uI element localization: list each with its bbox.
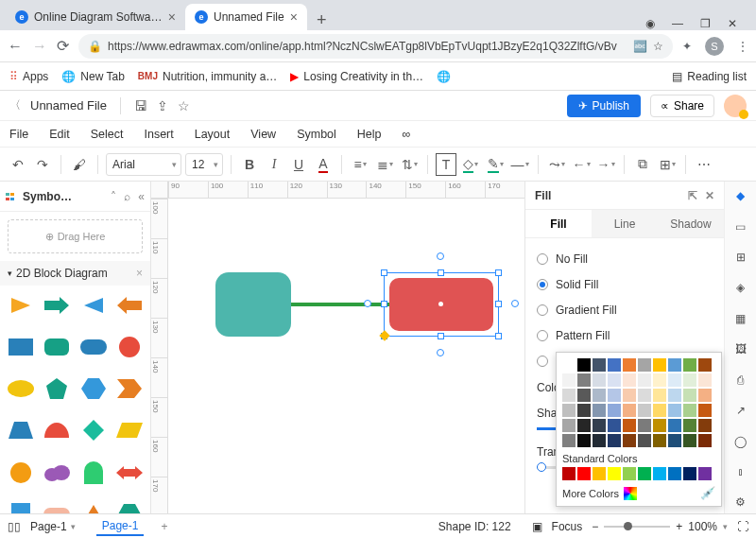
settings-tool-icon[interactable]: ⚙ xyxy=(731,494,750,511)
export-icon[interactable]: ⇪ xyxy=(157,98,168,113)
fill-color-icon[interactable]: ◇▾ xyxy=(460,153,481,176)
library-icon[interactable] xyxy=(6,191,19,202)
line-spacing-icon[interactable]: ⇅▾ xyxy=(399,153,420,176)
color-cell[interactable] xyxy=(653,467,666,480)
color-cell[interactable] xyxy=(608,373,621,387)
browser-tab-active[interactable]: e Unnamed File × xyxy=(185,4,307,30)
font-select[interactable]: Arial xyxy=(106,153,181,176)
color-cell[interactable] xyxy=(608,434,621,447)
share-button[interactable]: ∝ Share xyxy=(650,95,714,117)
line-style-icon[interactable]: —▾ xyxy=(509,153,530,176)
color-cell[interactable] xyxy=(593,389,606,402)
color-cell[interactable] xyxy=(638,434,651,447)
page-dropdown[interactable]: Page-1▾ xyxy=(30,520,76,533)
arrow-start-icon[interactable]: ←▾ xyxy=(571,153,592,176)
translate-icon[interactable]: 🔤 xyxy=(633,40,647,53)
color-cell[interactable] xyxy=(562,389,576,402)
close-section-icon[interactable]: × xyxy=(136,267,143,280)
color-cell[interactable] xyxy=(668,419,681,432)
search-icon[interactable]: ⌕ xyxy=(124,190,130,203)
reload-icon[interactable]: ⟳ xyxy=(57,37,69,55)
zoom-level[interactable]: 100% xyxy=(688,520,717,533)
shape-tool-icon[interactable]: ◯ xyxy=(731,432,750,449)
teal-rounded-shape[interactable] xyxy=(215,272,291,337)
bookmark-item[interactable]: BMJ Nutrition, immunity a… xyxy=(138,70,278,83)
slider-thumb[interactable] xyxy=(624,522,632,530)
color-cell[interactable] xyxy=(698,389,712,402)
undo-icon[interactable]: ↶ xyxy=(8,153,28,176)
color-cell[interactable] xyxy=(608,419,621,432)
shape-ellipse[interactable] xyxy=(6,374,36,403)
radio-solid-fill[interactable]: Solid Fill xyxy=(537,278,713,291)
color-cell[interactable] xyxy=(593,467,606,480)
zoom-out-button[interactable]: − xyxy=(592,520,598,533)
close-window-icon[interactable]: ✕ xyxy=(728,17,737,30)
align-vertical-icon[interactable]: ≡▾ xyxy=(350,153,370,176)
shape-pentagon[interactable] xyxy=(42,374,72,403)
color-cell[interactable] xyxy=(562,404,576,417)
italic-icon[interactable]: I xyxy=(264,153,284,176)
bookmark-item[interactable]: 🌐 New Tab xyxy=(61,70,124,83)
back-arrow-icon[interactable]: 〈 xyxy=(9,97,21,113)
maximize-icon[interactable]: ❐ xyxy=(700,17,711,30)
shape-parallelogram[interactable] xyxy=(114,416,145,444)
color-cell[interactable] xyxy=(623,373,636,387)
color-cell[interactable] xyxy=(638,419,651,432)
color-cell[interactable] xyxy=(653,404,666,417)
color-cell[interactable] xyxy=(698,419,712,432)
shape-double-arrow[interactable] xyxy=(114,459,145,487)
eyedropper-icon[interactable]: 💉 xyxy=(700,486,715,500)
layers-icon[interactable]: ◈ xyxy=(731,279,750,296)
shape-circle[interactable] xyxy=(114,333,145,361)
tab-fill[interactable]: Fill xyxy=(525,210,592,237)
color-cell[interactable] xyxy=(608,404,621,417)
color-cell[interactable] xyxy=(683,467,696,480)
color-cell[interactable] xyxy=(698,467,712,480)
shape-arrow-right[interactable] xyxy=(42,291,72,320)
library-section-header[interactable]: ▾ 2D Block Diagram × xyxy=(0,261,150,286)
slider-thumb[interactable] xyxy=(537,462,546,472)
radio-pattern-fill[interactable]: Pattern Fill xyxy=(537,329,713,342)
color-cell[interactable] xyxy=(638,389,651,402)
drag-target[interactable]: ⊕ Drag Here xyxy=(8,219,143,253)
menu-layout[interactable]: Layout xyxy=(195,128,231,141)
font-size-select[interactable]: 12 xyxy=(185,153,223,176)
page-tab-active[interactable]: Page-1 xyxy=(96,517,145,536)
fullscreen-icon[interactable]: ⛶ xyxy=(737,520,748,533)
focus-mode[interactable]: Focus xyxy=(552,520,583,533)
color-cell[interactable] xyxy=(608,467,621,480)
color-cell[interactable] xyxy=(683,404,696,417)
grid-tool-icon[interactable]: ⊞ xyxy=(731,249,750,266)
color-cell[interactable] xyxy=(653,373,666,387)
redo-icon[interactable]: ↷ xyxy=(32,153,53,176)
resize-handle[interactable] xyxy=(381,269,387,276)
bold-icon[interactable]: B xyxy=(239,153,260,176)
color-cell[interactable] xyxy=(593,419,606,432)
color-cell[interactable] xyxy=(623,434,636,447)
menu-view[interactable]: View xyxy=(250,128,276,141)
color-cell[interactable] xyxy=(683,419,696,432)
align-tool-icon[interactable]: ▦ xyxy=(731,310,750,327)
image-tool-icon[interactable]: 🖼 xyxy=(731,340,750,357)
color-cell[interactable] xyxy=(653,434,666,447)
shape-seal[interactable] xyxy=(6,459,36,487)
font-color-icon[interactable]: A xyxy=(313,153,334,176)
connection-point[interactable] xyxy=(437,349,444,356)
chevron-up-icon[interactable]: ˄ xyxy=(111,190,116,203)
shape-triangle-right[interactable] xyxy=(6,291,36,320)
user-avatar[interactable] xyxy=(724,95,747,117)
color-cell[interactable] xyxy=(593,404,606,417)
shape-rectangle[interactable] xyxy=(6,333,36,361)
page-view-icon[interactable]: ▯▯ xyxy=(8,520,21,533)
file-name[interactable]: Unnamed File xyxy=(30,98,107,113)
color-cell[interactable] xyxy=(623,358,636,372)
publish-button[interactable]: ✈ Publish xyxy=(567,95,641,117)
color-cell[interactable] xyxy=(608,389,621,402)
color-cell[interactable] xyxy=(623,404,636,417)
color-cell[interactable] xyxy=(638,467,651,480)
connection-point[interactable] xyxy=(437,252,444,260)
resize-handle[interactable] xyxy=(438,333,444,339)
underline-icon[interactable]: U xyxy=(288,153,309,176)
color-cell[interactable] xyxy=(698,434,712,447)
more-colors-row[interactable]: More Colors 💉 xyxy=(562,486,715,500)
